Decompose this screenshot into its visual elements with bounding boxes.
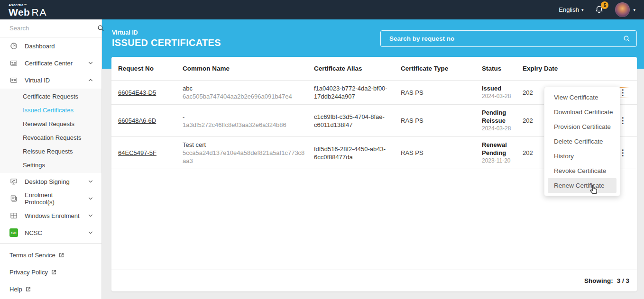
virtual-id-submenu: Certificate Requests Issued Certificates… [0, 89, 101, 173]
row-actions-context-menu: View Certificate Download Certificate Pr… [544, 87, 620, 196]
column-header-request-no: Request No [118, 65, 183, 72]
menu-item-renew-certificate[interactable]: Renew Certificate [548, 178, 616, 193]
top-bar: Ascertia™ WebRA English ▾ 5 ▾ [0, 0, 644, 19]
sidebar-item-revocation-requests[interactable]: Revocation Requests [0, 131, 101, 145]
window-grid-icon [9, 211, 18, 220]
sidebar-item-dashboard[interactable]: Dashboard [0, 37, 101, 54]
showing-count: 3 / 3 [617, 277, 629, 284]
language-label: English [559, 6, 579, 13]
common-name-hash: 1a3df5272c46ffc8e03aa32e6a324b86 [183, 121, 307, 129]
status-date: 2024-03-28 [482, 92, 516, 100]
sidebar-item-enrolment-protocols[interactable]: Enrolment Protocol(s) [0, 190, 101, 207]
chevron-down-icon [87, 212, 94, 219]
privacy-policy-link[interactable]: Privacy Policy [0, 263, 101, 281]
sidebar-item-label: Dashboard [25, 43, 94, 50]
chevron-up-icon [87, 77, 94, 83]
chevron-down-icon [87, 60, 94, 66]
status-badge: Issued [482, 84, 516, 92]
column-header-status: Status [482, 65, 523, 72]
sidebar-search [0, 19, 101, 37]
request-search-box [380, 30, 637, 47]
showing-label: Showing: [584, 277, 613, 284]
language-selector[interactable]: English ▾ [559, 6, 583, 13]
sh-green-badge-icon: SH [9, 228, 18, 237]
status-badge: Renewal Pending [482, 141, 516, 157]
certificate-type: RAS PS [401, 117, 482, 125]
sidebar-item-certificate-center[interactable]: Certificate Center [0, 54, 101, 72]
brand-ascertia: Ascertia™ [9, 3, 47, 7]
certificate-type: RAS PS [401, 149, 482, 157]
sidebar-divider [0, 243, 101, 244]
user-menu[interactable]: ▾ [615, 2, 635, 17]
page-title-block: Virtual ID ISSUED CERTIFICATES [112, 29, 221, 48]
link-label: Privacy Policy [9, 269, 48, 276]
table-footer: Showing: 3 / 3 [111, 270, 637, 291]
webra-app: Ascertia™ WebRA English ▾ 5 ▾ [0, 0, 644, 299]
common-name: Test cert [183, 141, 307, 149]
chevron-down-icon [87, 195, 94, 202]
column-header-common-name: Common Name [183, 65, 314, 72]
request-no-link[interactable]: 64EC5497-5F [118, 149, 156, 156]
sidebar-item-label: NCSC [25, 229, 81, 236]
table-header-row: Request No Common Name Certificate Alias… [111, 57, 637, 81]
request-no-link[interactable]: 66054E43-D5 [118, 89, 156, 96]
status-date: 2024-03-28 [482, 125, 516, 133]
avatar [615, 2, 630, 17]
sidebar-item-virtual-id[interactable]: Virtual ID [0, 72, 101, 89]
sidebar-item-desktop-signing[interactable]: Desktop Signing [0, 173, 101, 190]
status-date: 2023-11-20 [482, 157, 516, 165]
sidebar-item-settings[interactable]: Settings [0, 158, 101, 172]
common-name: - [183, 113, 307, 121]
caret-down-icon: ▾ [633, 8, 635, 12]
brand-web: Web [9, 7, 30, 18]
notifications-button[interactable]: 5 [594, 4, 605, 15]
breadcrumb: Virtual ID [112, 29, 221, 36]
notification-count-badge: 5 [601, 1, 608, 9]
certificate-alias: f1a04023-b772-4da2-bf00-17ddb244a907 [314, 84, 401, 100]
virtual-id-card-icon [9, 76, 18, 84]
page-title: ISSUED CERTIFICATES [112, 37, 221, 48]
sidebar-item-label: Certificate Center [25, 60, 81, 67]
brand-logo[interactable]: Ascertia™ WebRA [9, 2, 47, 17]
chevron-down-icon [87, 178, 94, 185]
monitor-icon [9, 177, 18, 186]
sidebar-item-label: Desktop Signing [25, 178, 81, 185]
sidebar-item-reissue-requests[interactable]: Reissue Requests [0, 145, 101, 158]
search-icon[interactable] [97, 24, 105, 32]
certificate-alias: fdf5d516-28f2-4450-ab43-6cc0f88477da [314, 145, 401, 161]
sidebar-item-label: Enrolment Protocol(s) [25, 191, 81, 206]
menu-item-delete-certificate[interactable]: Delete Certificate [544, 134, 620, 149]
help-link[interactable]: Help [0, 281, 101, 298]
sidebar-item-label: Virtual ID [25, 77, 81, 84]
sidebar-item-windows-enrolment[interactable]: Windows Enrolment [0, 207, 101, 224]
menu-item-revoke-certificate[interactable]: Revoke Certificate [544, 163, 620, 178]
chevron-down-icon [87, 229, 94, 236]
column-header-certificate-alias: Certificate Alias [314, 65, 401, 72]
dashboard-icon [9, 42, 18, 50]
search-icon[interactable] [623, 35, 631, 43]
sidebar-item-label: Windows Enrolment [25, 212, 81, 219]
caret-down-icon: ▾ [581, 8, 584, 12]
sidebar-item-certificate-requests[interactable]: Certificate Requests [0, 90, 101, 103]
sidebar: Dashboard Certificate Center Virtual ID [0, 19, 102, 299]
sidebar-search-input[interactable] [9, 25, 93, 32]
topbar-actions: English ▾ 5 ▾ [559, 2, 635, 17]
sidebar-item-ncsc[interactable]: SH NCSC [0, 224, 101, 241]
request-no-link[interactable]: 660548A6-6D [118, 117, 156, 124]
common-name-hash: 6ac505ba747404aa2b2e696a091b47e4 [183, 92, 307, 100]
request-search-input[interactable] [389, 35, 623, 42]
sidebar-item-issued-certificates[interactable]: Issued Certificates [0, 103, 101, 117]
common-name-hash: 5cca5a24d137e10e4a58def821a5af1c773c8aa3 [183, 149, 307, 165]
terms-of-service-link[interactable]: Terms of Service [0, 246, 101, 263]
menu-item-provision-certificate[interactable]: Provision Certificate [544, 119, 620, 134]
external-link-icon [58, 252, 64, 258]
menu-item-download-certificate[interactable]: Download Certificate [544, 105, 620, 119]
menu-item-history[interactable]: History [544, 149, 620, 163]
brand-ra: RA [31, 7, 47, 18]
sidebar-item-renewal-requests[interactable]: Renewal Requests [0, 117, 101, 131]
external-link-icon [51, 269, 57, 275]
external-link-icon [25, 286, 31, 292]
common-name: abc [183, 84, 307, 92]
column-header-certificate-type: Certificate Type [401, 65, 482, 72]
menu-item-view-certificate[interactable]: View Certificate [544, 90, 620, 105]
